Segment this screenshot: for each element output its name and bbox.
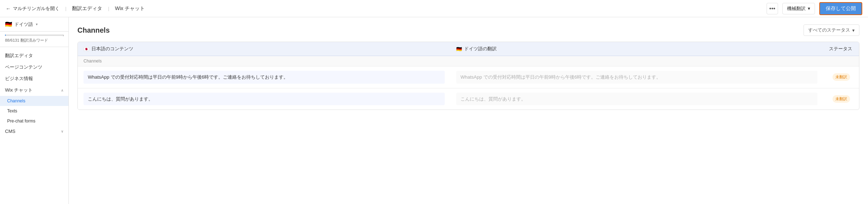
progress-text: 88/6131 翻訳済みワード — [5, 38, 48, 42]
back-arrow-icon: ← — [6, 6, 11, 11]
source-flag: 🇯🇵 — [84, 46, 89, 52]
target-text-box[interactable]: こんにちは、質問があります。 — [456, 93, 817, 106]
sidebar-item-texts[interactable]: Texts — [0, 106, 68, 116]
status-filter-label: すべてのステータス — [808, 27, 850, 33]
save-publish-label: 保存して公開 — [826, 5, 856, 11]
language-name: ドイツ語 — [14, 21, 33, 28]
col-target-header: 🇩🇪 ドイツ語の翻訳 — [450, 42, 823, 56]
sidebar: 🇩🇪 ドイツ語 ▾ › 88/6131 翻訳済みワード 翻訳エディタ ページコン… — [0, 17, 69, 204]
status-badge: 未翻訳 — [833, 95, 850, 103]
source-cell: こんにちは、質問があります。 — [78, 88, 450, 110]
language-selector[interactable]: 🇩🇪 ドイツ語 ▾ — [0, 17, 68, 32]
progress-expand-icon[interactable]: › — [61, 32, 66, 38]
sidebar-item-cms[interactable]: CMS ∨ — [0, 126, 68, 136]
language-flag: 🇩🇪 — [5, 21, 12, 28]
header-divider: | — [65, 6, 66, 11]
progress-bar-container: › — [5, 34, 63, 36]
content-header: Channels すべてのステータス ▾ — [77, 24, 859, 36]
section-name: Wix チャット — [115, 5, 145, 12]
sidebar-nav: 翻訳エディタ ページコンテンツ ビジネス情報 Wix チャット ∧ Channe… — [0, 47, 68, 139]
header-divider2: | — [108, 6, 109, 11]
source-text-box[interactable]: こんにちは、質問があります。 — [84, 93, 445, 106]
progress-section: › 88/6131 翻訳済みワード — [0, 32, 68, 47]
more-icon: ••• — [769, 5, 776, 12]
machine-translate-label: 機械翻訳 — [787, 5, 806, 12]
section-cell-target — [450, 56, 823, 66]
section-label: Channels — [78, 56, 450, 66]
sidebar-item-label: Texts — [7, 108, 17, 113]
target-text: WhatsApp での受付対応時間は平日の午前9時から午後6時です。ご連絡をお待… — [461, 74, 661, 80]
sidebar-item-label: Wix チャット — [5, 87, 33, 93]
more-options-button[interactable]: ••• — [767, 3, 778, 14]
back-label: マルチリンガルを開く — [13, 5, 59, 12]
expand-icon: ∧ — [61, 88, 63, 92]
table-header: 🇯🇵 日本語のコンテンツ 🇩🇪 ドイツ語の翻訳 ステータス — [78, 42, 859, 56]
target-cell: WhatsApp での受付対応時間は平日の午前9時から午後6時です。ご連絡をお待… — [450, 66, 823, 88]
sidebar-item-business-info[interactable]: ビジネス情報 — [0, 73, 68, 84]
table-row: こんにちは、質問があります。 こんにちは、質問があります。 未翻訳 — [78, 88, 859, 110]
top-header: ← マルチリンガルを開く | 翻訳エディタ | Wix チャット ••• 機械翻… — [0, 0, 868, 17]
target-cell: こんにちは、質問があります。 — [450, 88, 823, 110]
sidebar-item-label: ビジネス情報 — [5, 75, 33, 82]
col-status-label: ステータス — [829, 46, 852, 52]
source-cell: WhatsApp での受付対応時間は平日の午前9時から午後6時です。ご連絡をお待… — [78, 66, 450, 88]
translation-table: 🇯🇵 日本語のコンテンツ 🇩🇪 ドイツ語の翻訳 ステータス Channels — [77, 42, 859, 110]
status-cell: 未翻訳 — [823, 91, 859, 107]
target-flag: 🇩🇪 — [456, 46, 462, 52]
source-text-box[interactable]: WhatsApp での受付対応時間は平日の午前9時から午後6時です。ご連絡をお待… — [84, 71, 445, 84]
sidebar-item-wix-chat[interactable]: Wix チャット ∧ — [0, 84, 68, 96]
sidebar-item-pre-chat-forms[interactable]: Pre-chat forms — [0, 116, 68, 126]
app-name: 翻訳エディタ — [72, 5, 102, 12]
status-filter-button[interactable]: すべてのステータス ▾ — [803, 24, 859, 36]
content-area: Channels すべてのステータス ▾ 🇯🇵 日本語のコンテンツ 🇩🇪 ドイツ… — [69, 17, 868, 204]
status-cell: 未翻訳 — [823, 69, 859, 85]
col-source-header: 🇯🇵 日本語のコンテンツ — [78, 42, 450, 56]
col-source-label: 日本語のコンテンツ — [91, 46, 133, 52]
sidebar-item-label: Pre-chat forms — [7, 119, 35, 124]
chevron-down-icon: ▾ — [808, 6, 810, 11]
sidebar-item-page-content[interactable]: ページコンテンツ — [0, 61, 68, 73]
save-publish-button[interactable]: 保存して公開 — [819, 2, 862, 15]
content-title: Channels — [77, 26, 110, 34]
source-text: WhatsApp での受付対応時間は平日の午前9時から午後6時です。ご連絡をお待… — [88, 74, 288, 80]
progress-bar-fill — [5, 34, 6, 36]
section-cell-status — [823, 56, 859, 66]
sidebar-item-label: ページコンテンツ — [5, 64, 42, 70]
sidebar-item-label: Channels — [7, 98, 25, 103]
sidebar-item-translation-editor[interactable]: 翻訳エディタ — [0, 50, 68, 61]
sidebar-item-label: CMS — [5, 129, 15, 134]
source-text: こんにちは、質問があります。 — [88, 96, 153, 102]
chevron-down-icon: ▾ — [36, 22, 38, 26]
section-row: Channels — [78, 56, 859, 66]
expand-icon: ∨ — [61, 129, 63, 133]
main-layout: 🇩🇪 ドイツ語 ▾ › 88/6131 翻訳済みワード 翻訳エディタ ページコン… — [0, 17, 868, 204]
back-link[interactable]: ← マルチリンガルを開く — [6, 5, 59, 12]
machine-translate-button[interactable]: 機械翻訳 ▾ — [782, 3, 815, 14]
sidebar-item-label: 翻訳エディタ — [5, 52, 33, 59]
col-target-label: ドイツ語の翻訳 — [464, 46, 497, 52]
sidebar-item-channels[interactable]: Channels — [0, 96, 68, 106]
chevron-down-icon: ▾ — [852, 28, 855, 33]
status-badge: 未翻訳 — [833, 73, 850, 81]
col-status-header: ステータス — [823, 42, 859, 56]
table-row: WhatsApp での受付対応時間は平日の午前9時から午後6時です。ご連絡をお待… — [78, 66, 859, 88]
target-text: こんにちは、質問があります。 — [461, 96, 526, 102]
target-text-box[interactable]: WhatsApp での受付対応時間は平日の午前9時から午後6時です。ご連絡をお待… — [456, 71, 817, 84]
